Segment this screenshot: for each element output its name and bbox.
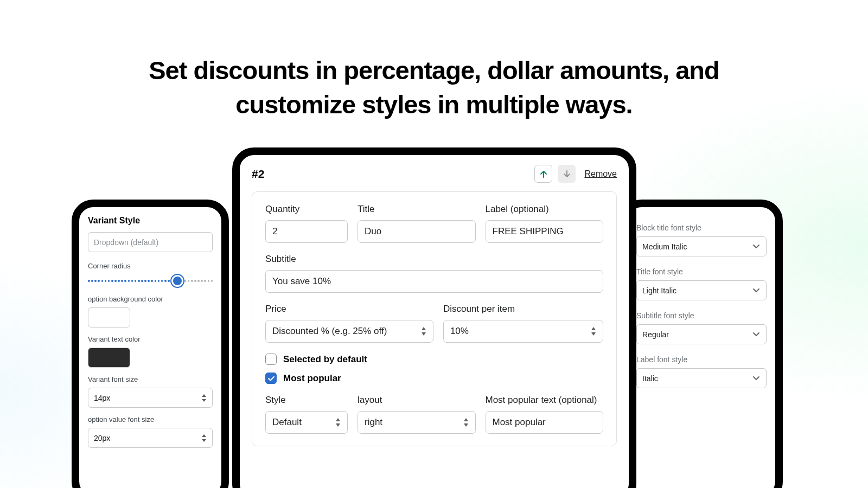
label-font-dropdown[interactable]: Italic [636,368,767,388]
price-label: Price [265,304,433,314]
subtitle-font-value: Regular [642,330,669,339]
style-dropdown[interactable]: Default [265,411,348,434]
discount-value: 10% [450,326,469,337]
mp-text-label: Most popular text (optional) [486,395,604,406]
style-label: Style [265,395,348,406]
variant-font-size-dropdown[interactable]: 14px [88,388,213,408]
most-popular-row: Most popular [265,373,603,384]
corner-radius-label: Corner radius [88,262,213,270]
center-header: #2 Remove [252,165,617,183]
remove-link[interactable]: Remove [584,169,617,179]
variant-font-size-value: 14px [94,394,110,402]
double-caret-icon [463,418,469,427]
arrow-up-icon [539,170,548,178]
chevron-down-icon [753,376,760,381]
option-value-font-size-value: 20px [94,434,110,442]
subtitle-font-label: Subtitle font style [636,311,767,320]
block-title-font-dropdown[interactable]: Medium Italic [636,236,767,256]
left-tablet: Variant Style Dropdown (default) Corner … [72,200,229,488]
option-bg-color-label: option background color [88,295,213,303]
double-caret-icon [201,434,207,442]
label-font-label: Label font style [636,355,767,364]
subtitle-font-dropdown[interactable]: Regular [636,324,767,344]
header-actions: Remove [534,165,617,183]
double-caret-icon [201,394,207,402]
slider-thumb[interactable] [171,275,183,287]
option-value-font-size-dropdown[interactable]: 20px [88,428,213,448]
style-value: Default [272,417,302,428]
most-popular-checkbox[interactable] [265,373,277,384]
block-title-font-label: Block title font style [636,223,767,232]
selected-default-label: Selected by default [283,354,367,365]
option-bg-color-swatch[interactable] [88,307,130,328]
double-caret-icon [591,327,596,336]
quantity-input[interactable] [265,220,348,243]
label-font-value: Italic [642,374,658,383]
center-tablet: #2 Remove Quantity Title Label (optional… [232,147,636,488]
center-card: Quantity Title Label (optional) Subtitle… [252,191,617,446]
layout-value: right [365,417,382,428]
variant-style-value: Dropdown (default) [94,238,158,247]
title-label: Title [358,204,476,215]
title-font-value: Light Italic [642,286,676,295]
label-input[interactable] [486,220,604,243]
discount-label: Discount per item [443,304,603,314]
selected-default-checkbox[interactable] [265,354,277,365]
move-down-button[interactable] [558,165,576,183]
subtitle-input[interactable] [265,270,603,293]
variant-style-heading: Variant Style [88,216,213,226]
corner-radius-slider[interactable] [88,274,213,287]
variant-text-color-label: Variant text color [88,335,213,343]
variant-font-size-label: Variant font size [88,375,213,383]
right-tablet: Block title font style Medium Italic Tit… [620,200,783,488]
discount-dropdown[interactable]: 10% [443,320,603,343]
check-icon [267,375,275,382]
layout-dropdown[interactable]: right [358,411,476,434]
layout-label: layout [358,395,476,406]
chevron-down-icon [753,288,760,293]
option-value-font-size-label: option value font size [88,415,213,423]
label-optional-label: Label (optional) [486,204,604,215]
hero-title: Set discounts in percentage, dollar amou… [136,53,732,122]
double-caret-icon [421,327,426,336]
chevron-down-icon [753,245,760,249]
move-up-button[interactable] [534,165,552,183]
variant-text-color-swatch[interactable] [88,348,130,368]
double-caret-icon [335,418,341,427]
slider-dots [88,280,213,282]
price-value: Discounted % (e.g. 25% off) [272,326,387,337]
block-title-font-value: Medium Italic [642,242,687,251]
title-input[interactable] [358,220,476,243]
mp-text-input[interactable] [486,411,604,434]
variant-style-dropdown[interactable]: Dropdown (default) [88,232,213,252]
most-popular-label: Most popular [283,373,341,384]
title-font-dropdown[interactable]: Light Italic [636,280,767,300]
price-dropdown[interactable]: Discounted % (e.g. 25% off) [265,320,433,343]
selected-default-row: Selected by default [265,354,603,365]
item-number: #2 [252,168,264,181]
arrow-down-icon [563,170,571,178]
title-font-label: Title font style [636,267,767,276]
chevron-down-icon [753,332,760,337]
subtitle-label: Subtitle [265,254,603,265]
quantity-label: Quantity [265,204,348,215]
